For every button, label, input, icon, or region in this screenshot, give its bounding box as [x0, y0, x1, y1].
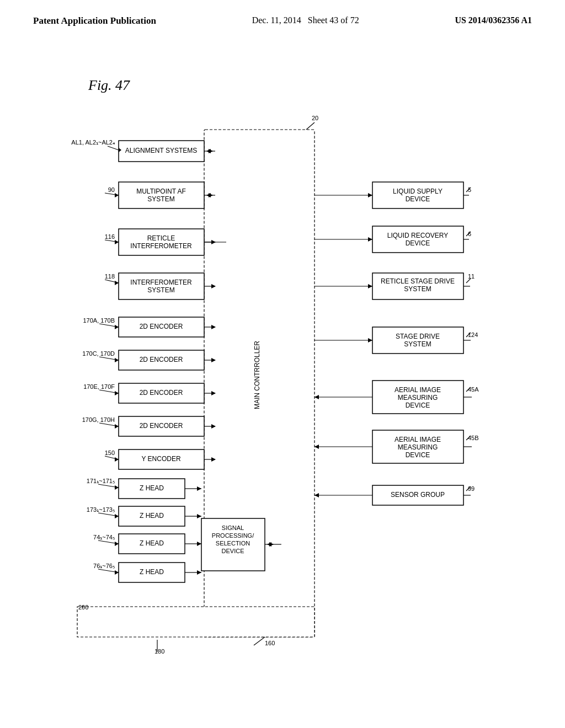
ref-200: 200: [78, 604, 88, 611]
svg-marker-48: [115, 391, 119, 395]
svg-marker-137: [315, 493, 319, 497]
svg-marker-78: [115, 542, 119, 546]
ref-170ef: 170E, 170F: [83, 383, 115, 390]
svg-marker-54: [115, 424, 119, 429]
ref-74: 74₁~74₅: [93, 534, 115, 540]
svg-text:LIQUID SUPPLY: LIQUID SUPPLY: [393, 188, 443, 195]
svg-marker-36: [115, 325, 119, 329]
al-ref: AL1, AL2₁~AL2₄: [71, 139, 115, 146]
ref-118: 118: [105, 273, 115, 280]
svg-marker-86: [197, 570, 201, 575]
svg-marker-125: [315, 395, 319, 399]
svg-marker-60: [115, 457, 119, 462]
ref-180: 180: [154, 648, 164, 655]
ref-116: 116: [105, 233, 115, 240]
svg-text:Z HEAD: Z HEAD: [140, 512, 164, 520]
svg-text:MULTIPOINT AF: MULTIPOINT AF: [136, 188, 186, 195]
svg-marker-66: [115, 485, 119, 490]
svg-text:Z HEAD: Z HEAD: [140, 539, 164, 547]
ref-45b: 45B: [468, 435, 479, 441]
svg-text:AERIAL IMAGE: AERIAL IMAGE: [395, 386, 441, 394]
svg-text:DEVICE: DEVICE: [222, 548, 244, 554]
svg-text:SIGNAL: SIGNAL: [222, 524, 244, 531]
figure-label: Fig. 47: [88, 77, 130, 94]
svg-text:DEVICE: DEVICE: [406, 239, 430, 247]
svg-text:SYSTEM: SYSTEM: [147, 195, 174, 203]
svg-text:DEVICE: DEVICE: [406, 195, 430, 203]
svg-line-146: [254, 637, 265, 645]
svg-marker-72: [115, 514, 119, 518]
svg-text:MEASURING: MEASURING: [398, 443, 438, 451]
patent-number: US 2014/0362356 A1: [455, 15, 532, 25]
svg-line-6: [108, 146, 119, 150]
ref-160: 160: [265, 640, 275, 646]
svg-marker-23: [115, 240, 119, 244]
svg-marker-118: [368, 338, 372, 342]
svg-text:SYSTEM: SYSTEM: [404, 340, 431, 348]
diagram-svg: .box { fill: white; stroke: black; strok…: [33, 105, 530, 711]
svg-text:INTERFEROMETER: INTERFEROMETER: [130, 242, 192, 250]
ref-20: 20: [312, 115, 318, 121]
svg-text:Z HEAD: Z HEAD: [140, 484, 164, 492]
svg-text:STAGE DRIVE: STAGE DRIVE: [396, 333, 440, 340]
svg-line-0: [306, 122, 315, 130]
ref-150: 150: [105, 449, 115, 456]
svg-text:LIQUID RECOVERY: LIQUID RECOVERY: [387, 232, 448, 239]
ref-173: 173₁~173₅: [87, 506, 115, 513]
ref-171: 171₁~171₅: [87, 478, 115, 484]
main-controller-label: MAIN CONTRROLLER: [253, 341, 261, 409]
svg-text:SYSTEM: SYSTEM: [404, 285, 431, 293]
publication-label: Patent Application Publication: [33, 15, 156, 26]
svg-text:RETICLE: RETICLE: [147, 234, 175, 242]
svg-marker-15: [115, 193, 119, 197]
svg-text:2D ENCODER: 2D ENCODER: [140, 323, 183, 330]
svg-text:AERIAL IMAGE: AERIAL IMAGE: [395, 436, 441, 443]
ref-76: 76₁~76₅: [93, 563, 115, 569]
svg-text:Z HEAD: Z HEAD: [140, 568, 164, 576]
svg-marker-84: [115, 570, 119, 575]
diagram-area: Fig. 47 .box { fill: white; stroke: blac…: [33, 77, 532, 695]
svg-text:RETICLE STAGE DRIVE: RETICLE STAGE DRIVE: [381, 277, 455, 285]
svg-marker-132: [315, 445, 319, 449]
page-header: Patent Application Publication Dec. 11, …: [0, 0, 565, 26]
ref-170ab: 170A, 170B: [83, 317, 115, 324]
svg-text:2D ENCODER: 2D ENCODER: [140, 422, 183, 430]
ref-170cd: 170C, 170D: [82, 350, 115, 357]
alignment-systems-label: ALIGNMENT SYSTEMS: [125, 147, 197, 154]
svg-text:2D ENCODER: 2D ENCODER: [140, 356, 183, 363]
date-sheet: Dec. 11, 2014 Sheet 43 of 72: [252, 15, 359, 25]
ref-124: 124: [468, 331, 478, 338]
svg-marker-74: [197, 514, 201, 518]
svg-text:SYSTEM: SYSTEM: [147, 286, 174, 294]
ref-45a: 45A: [468, 386, 479, 393]
svg-text:INTERFEROMETER: INTERFEROMETER: [130, 279, 192, 286]
sheet: Sheet 43 of 72: [308, 15, 359, 25]
svg-marker-100: [368, 193, 372, 197]
svg-text:Y ENCODER: Y ENCODER: [141, 455, 180, 463]
svg-marker-112: [368, 284, 372, 288]
ref-11: 11: [468, 273, 475, 280]
svg-text:DEVICE: DEVICE: [406, 402, 430, 409]
date: Dec. 11, 2014: [252, 15, 301, 25]
svg-marker-106: [368, 237, 372, 242]
svg-rect-2: [77, 607, 315, 637]
svg-text:DEVICE: DEVICE: [406, 451, 430, 459]
svg-marker-30: [115, 281, 119, 285]
svg-text:SENSOR GROUP: SENSOR GROUP: [391, 491, 445, 499]
svg-text:2D ENCODER: 2D ENCODER: [140, 389, 183, 397]
svg-marker-68: [197, 486, 201, 491]
ref-90: 90: [108, 186, 115, 193]
svg-marker-80: [197, 542, 201, 546]
svg-text:MEASURING: MEASURING: [398, 394, 438, 402]
svg-text:PROCESSING/: PROCESSING/: [212, 532, 254, 539]
svg-text:SELECTION: SELECTION: [216, 540, 250, 547]
ref-170gh: 170G, 170H: [82, 416, 115, 423]
svg-marker-42: [115, 358, 119, 362]
